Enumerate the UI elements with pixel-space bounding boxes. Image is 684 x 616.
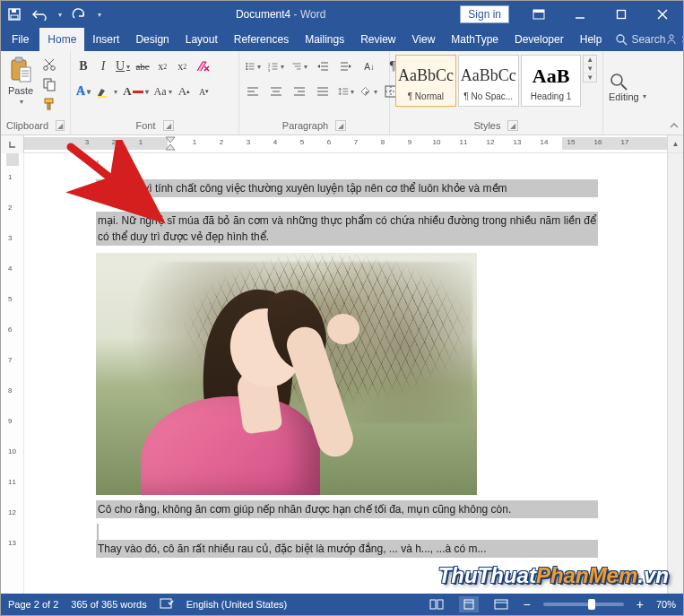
read-mode-icon[interactable] [427,596,446,612]
print-layout-icon[interactable] [459,596,479,612]
subscript-button[interactable]: x2 [155,58,169,74]
tab-developer[interactable]: Developer [507,28,572,51]
vertical-scrollbar[interactable] [667,153,683,594]
collapse-ribbon-icon[interactable] [666,51,682,134]
chevron-down-icon[interactable]: ▼ [584,65,596,74]
strikethrough-button[interactable]: abc [135,58,150,74]
scroll-up-button[interactable]: ▲ [667,135,683,152]
paragraph-1[interactable]: Cô tiết lộ vì tính chất công việc thường… [96,179,598,197]
shading-button[interactable]: ▾ [361,83,377,100]
tab-help[interactable]: Help [572,28,610,51]
chevron-up-icon[interactable]: ▲ [584,56,596,65]
redo-icon[interactable] [71,6,87,22]
status-words[interactable]: 365 of 365 words [71,599,146,610]
clipboard-launcher-icon[interactable]: ◢ [56,120,65,131]
grow-font-button[interactable]: A▴ [177,83,192,100]
ribbon-display-options-icon[interactable] [518,1,559,28]
zoom-out-button[interactable]: − [524,597,531,612]
copy-icon[interactable] [40,76,58,92]
zoom-slider[interactable] [543,603,624,606]
tab-layout[interactable]: Layout [177,28,226,51]
save-icon[interactable] [6,6,22,22]
tab-review[interactable]: Review [352,28,403,51]
font-launcher-icon[interactable]: ◢ [163,120,174,131]
superscript-button[interactable]: x2 [175,58,189,74]
paragraph-3[interactable]: Cô cho rằng, không ăn cơm giúp nếp nhăn … [96,500,598,518]
ruler-tick: 2 [112,138,116,146]
close-button[interactable] [642,1,683,28]
undo-icon[interactable] [31,6,48,22]
tell-me-search[interactable]: Search [615,28,665,51]
first-line-indent-marker[interactable] [164,135,177,152]
style-heading1[interactable]: AaB Heading 1 [521,55,582,107]
document-image[interactable] [96,253,477,495]
vertical-ruler[interactable]: 12345678910111213 [1,153,24,594]
status-spellcheck-icon[interactable] [160,598,174,611]
ruler-tick: 10 [433,138,441,146]
font-color-button[interactable]: A▾ [123,83,148,100]
tab-mailings[interactable]: Mailings [297,28,352,51]
status-language[interactable]: English (United States) [186,599,288,610]
minimize-button[interactable] [559,1,601,28]
tab-design[interactable]: Design [127,28,177,51]
svg-point-27 [246,63,247,65]
tab-insert[interactable]: Insert [84,28,127,51]
svg-point-19 [51,66,56,71]
italic-button[interactable]: I [96,58,110,74]
format-painter-icon[interactable] [40,96,58,112]
styles-launcher-icon[interactable]: ◢ [507,120,518,131]
styles-more-icon[interactable]: ▼ [584,74,596,82]
align-center-button[interactable] [268,83,284,100]
svg-rect-6 [618,11,626,19]
tab-home[interactable]: Home [39,28,84,51]
multilevel-list-button[interactable]: ▾ [291,58,307,74]
styles-gallery-scroll[interactable]: ▲ ▼ ▼ [583,55,597,82]
paragraph-launcher-icon[interactable]: ◢ [335,120,346,131]
change-case-button[interactable]: Aa▾ [154,83,172,100]
clear-formatting-icon[interactable] [195,58,211,74]
align-left-button[interactable] [245,83,261,100]
text-effects-button[interactable]: A▾ [76,83,91,100]
paste-button[interactable]: Paste ▾ [6,55,35,108]
share-button[interactable]: Share [665,28,684,51]
bold-button[interactable]: B [76,58,91,74]
svg-point-28 [246,65,247,67]
tab-file[interactable]: File [1,28,39,51]
find-icon[interactable] [609,72,628,91]
undo-dropdown-icon[interactable]: ▾ [58,11,62,19]
increase-indent-button[interactable] [338,58,354,74]
style-normal[interactable]: AaBbCc ¶ Normal [395,55,456,107]
numbering-button[interactable]: 123▾ [268,58,284,74]
maximize-button[interactable] [601,1,642,28]
ruler-v-tick: 6 [8,325,12,334]
shrink-font-button[interactable]: A▾ [197,83,212,100]
justify-button[interactable] [315,83,331,100]
tab-selector-icon[interactable] [1,135,24,153]
highlight-button[interactable]: ▾ [96,83,117,100]
line-spacing-button[interactable]: ▾ [338,83,354,100]
ruler-v-tick: 10 [8,447,16,455]
style-no-spacing[interactable]: AaBbCc ¶ No Spac... [458,55,519,107]
zoom-level[interactable]: 70% [656,599,676,610]
status-page[interactable]: Page 2 of 2 [8,599,58,610]
bullets-button[interactable]: ▾ [245,58,261,74]
zoom-in-button[interactable]: + [636,597,644,612]
horizontal-ruler[interactable]: 3211234567891011121314151617 ▲ [1,135,683,153]
align-right-button[interactable] [291,83,307,100]
svg-rect-24 [45,99,53,103]
paragraph-4[interactable]: Thay vào đó, cô ăn rất nhiều rau củ, đặc… [96,540,598,558]
page-canvas[interactable]: Cô tiết lộ vì tính chất công việc thường… [24,153,667,594]
editing-dropdown[interactable]: Editing▾ [609,91,646,102]
tab-mathtype[interactable]: MathType [443,28,507,51]
paragraph-2[interactable]: mại. Nữ nghệ sĩ múa đã bỏ ăn cơm và nhữn… [96,212,598,246]
tab-view[interactable]: View [404,28,444,51]
cut-icon[interactable] [40,56,58,73]
ruler-tick: 17 [621,138,629,146]
sign-in-button[interactable]: Sign in [460,5,509,23]
underline-button[interactable]: U▾ [116,58,130,74]
sort-button[interactable]: A↓ [361,58,377,74]
decrease-indent-button[interactable] [315,58,331,74]
tab-references[interactable]: References [226,28,297,51]
web-layout-icon[interactable] [491,596,511,612]
ruler-tick: 12 [487,138,495,146]
